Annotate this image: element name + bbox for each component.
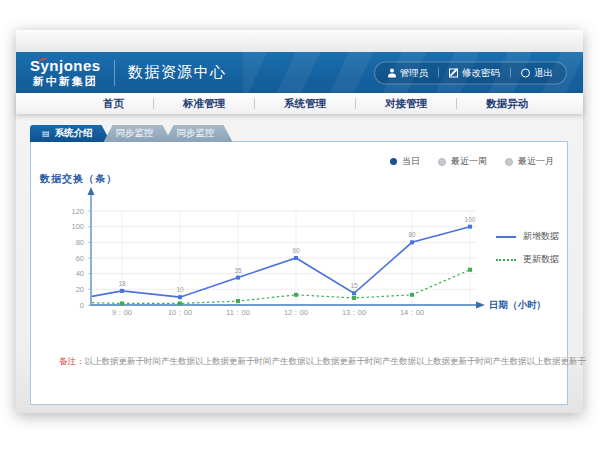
legend-label: 新增数据: [523, 230, 559, 243]
time-filter-group: 当日最近一周最近一月: [390, 155, 554, 168]
power-icon: [521, 68, 530, 77]
user-menu: 管理员 修改密码 退出: [374, 61, 568, 84]
x-axis-title: 日期（小时）: [489, 299, 546, 311]
edit-icon: [449, 68, 458, 77]
nav-item-4[interactable]: 数据异动: [457, 97, 557, 111]
legend-label: 更新数据: [523, 253, 559, 266]
logo-wordmark: Synjones: [30, 58, 101, 73]
filter-option-1[interactable]: 最近一周: [438, 155, 487, 168]
radio-selected-icon[interactable]: [390, 158, 397, 165]
filter-label: 最近一周: [451, 155, 487, 168]
svg-text:11：00: 11：00: [226, 308, 250, 317]
app-title: 数据资源中心: [128, 63, 227, 82]
svg-text:18: 18: [118, 280, 126, 287]
svg-text:80: 80: [408, 231, 416, 238]
logo-company-name: 新中新集团: [30, 76, 101, 87]
legend-item-0[interactable]: 新增数据: [496, 230, 559, 243]
tab-label: 同步监控: [116, 127, 154, 140]
legend-item-1[interactable]: 更新数据: [496, 253, 559, 266]
footnote-text: 以上数据更新于时间产生数据以上数据更新于时间产生数据以上数据更新于时间产生数据以…: [85, 356, 587, 366]
svg-text:100: 100: [71, 222, 84, 231]
tab-bar: ▤系统介绍同步监控同步监控: [30, 125, 233, 142]
svg-text:60: 60: [292, 247, 300, 254]
line-chart: 0204060801001209：0010：0011：0012：0013：001…: [31, 186, 567, 331]
svg-text:0: 0: [80, 301, 84, 310]
screenshot-canvas: Synjones 新中新集团 数据资源中心 管理员 修改密码 退出 首页标准管理…: [0, 0, 600, 450]
nav-item-1[interactable]: 标准管理: [154, 97, 254, 111]
user-icon: [388, 68, 396, 77]
chart-legend: 新增数据更新数据: [496, 230, 559, 266]
company-logo: Synjones 新中新集团: [30, 58, 101, 87]
tab-2[interactable]: 同步监控: [165, 125, 233, 142]
nav-item-2[interactable]: 系统管理: [255, 97, 355, 111]
legend-swatch: [496, 259, 516, 261]
user-menu-divider: [438, 68, 439, 78]
svg-text:13：00: 13：00: [342, 308, 366, 317]
tab-label: 同步监控: [177, 127, 215, 140]
radio-icon[interactable]: [505, 158, 513, 166]
tab-label: 系统介绍: [55, 127, 93, 140]
logo-text-post: njones: [49, 57, 100, 74]
app-header: Synjones 新中新集团 数据资源中心 管理员 修改密码 退出: [16, 52, 583, 93]
page-top-strip: [16, 30, 583, 52]
svg-text:14：00: 14：00: [400, 308, 424, 317]
chart-panel: 当日最近一周最近一月 数据交换（条） 0204060801001209：0010…: [30, 141, 568, 405]
svg-text:80: 80: [76, 238, 84, 247]
username-label[interactable]: 管理员: [400, 66, 429, 79]
nav-item-3[interactable]: 对接管理: [356, 97, 456, 111]
content-area: ▤系统介绍同步监控同步监控 当日最近一周最近一月 数据交换（条） 0204060…: [16, 114, 583, 413]
svg-text:9：00: 9：00: [112, 308, 132, 317]
svg-text:10: 10: [176, 286, 184, 293]
svg-text:60: 60: [76, 254, 84, 263]
legend-swatch: [496, 236, 516, 238]
svg-text:15: 15: [350, 282, 358, 289]
svg-text:20: 20: [76, 285, 84, 294]
filter-option-0[interactable]: 当日: [390, 155, 420, 168]
footnote-label: 备注：: [59, 356, 85, 366]
user-menu-divider: [510, 68, 511, 78]
filter-label: 当日: [402, 155, 420, 168]
svg-text:120: 120: [71, 207, 84, 216]
y-axis-title: 数据交换（条）: [40, 172, 117, 186]
filter-label: 最近一月: [518, 155, 554, 168]
radio-icon[interactable]: [438, 158, 446, 166]
filter-option-2[interactable]: 最近一月: [505, 155, 554, 168]
main-nav: 首页标准管理系统管理对接管理数据异动: [16, 93, 583, 114]
tab-1[interactable]: 同步监控: [104, 125, 172, 142]
logout-link[interactable]: 退出: [534, 66, 553, 79]
nav-item-0[interactable]: 首页: [74, 97, 153, 111]
svg-text:10：00: 10：00: [168, 308, 192, 317]
change-password-link[interactable]: 修改密码: [462, 66, 500, 79]
tab-0[interactable]: ▤系统介绍: [30, 125, 111, 142]
document-icon: ▤: [42, 130, 50, 138]
header-divider: [114, 60, 115, 86]
svg-text:12：00: 12：00: [284, 308, 308, 317]
app-window: Synjones 新中新集团 数据资源中心 管理员 修改密码 退出 首页标准管理…: [16, 30, 583, 413]
footnote: 备注：以上数据更新于时间产生数据以上数据更新于时间产生数据以上数据更新于时间产生…: [59, 356, 586, 368]
svg-text:100: 100: [465, 216, 476, 223]
svg-text:40: 40: [76, 269, 84, 278]
svg-text:35: 35: [234, 267, 242, 274]
